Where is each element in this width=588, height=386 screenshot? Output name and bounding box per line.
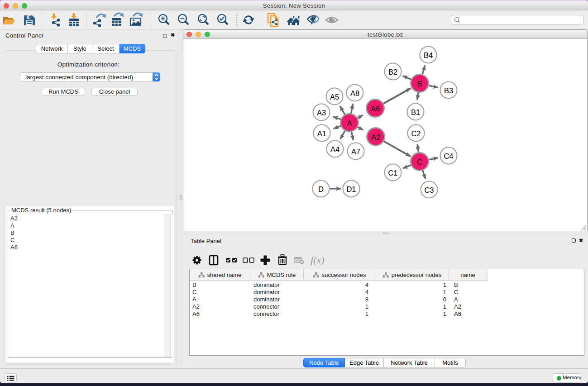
svg-text:B3: B3 <box>444 86 453 95</box>
svg-text:A6: A6 <box>371 105 380 113</box>
svg-text:A: A <box>347 119 352 127</box>
svg-text:A5: A5 <box>330 93 339 101</box>
svg-text:D1: D1 <box>346 185 356 193</box>
svg-text:A8: A8 <box>350 89 359 97</box>
svg-text:A4: A4 <box>330 145 339 153</box>
svg-text:C: C <box>417 158 422 166</box>
svg-text:C2: C2 <box>411 129 421 138</box>
svg-text:f(x): f(x) <box>311 254 325 266</box>
svg-text:B: B <box>417 80 422 88</box>
svg-text:A1: A1 <box>317 129 326 138</box>
svg-text:C1: C1 <box>388 169 397 177</box>
svg-text:A7: A7 <box>351 148 360 156</box>
svg-text:B2: B2 <box>388 68 397 76</box>
svg-text:C3: C3 <box>424 186 434 194</box>
svg-text:B1: B1 <box>411 108 420 116</box>
svg-text:C4: C4 <box>444 152 453 160</box>
svg-text:B4: B4 <box>424 51 433 59</box>
svg-text:A2: A2 <box>371 133 380 141</box>
svg-text:A3: A3 <box>317 109 326 117</box>
svg-text:D: D <box>318 185 324 193</box>
